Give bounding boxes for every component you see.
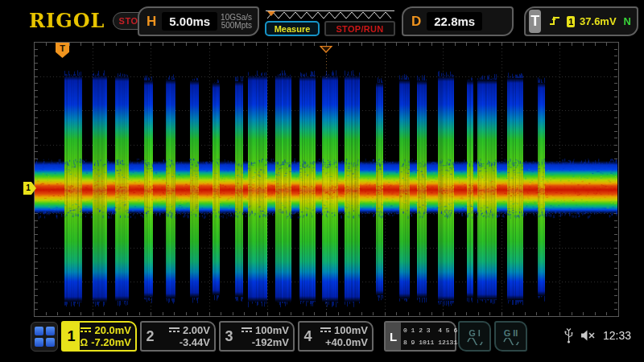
measure-button[interactable]: Measure — [265, 21, 320, 36]
delay-panel[interactable]: D 22.8ms — [402, 6, 514, 36]
channel3-number: 3 — [221, 323, 237, 350]
trigger-sweep-mode: N — [624, 15, 631, 27]
channel3-offset: -192mV — [252, 336, 289, 348]
impedance-icon: Ω — [80, 337, 89, 348]
main-menu-button[interactable] — [31, 322, 58, 352]
memory-depth: 500Mpts — [221, 21, 252, 30]
channel4-offset: +40.0mV — [325, 336, 368, 348]
channel4-scale: 100mV — [334, 324, 368, 336]
channel1-box[interactable]: 1 20.0mV Ω -7.20mV — [61, 321, 137, 352]
logic-analyzer-label: L — [386, 323, 401, 350]
generator2-label: G II — [504, 328, 518, 338]
channel2-scale: 2.00V — [183, 324, 210, 336]
logic-analyzer-box[interactable]: L 0 1 2 3 4 5 6 78 9 1011 12131415 — [384, 321, 456, 352]
channel1-offset-marker[interactable]: 1 — [23, 182, 36, 195]
trigger-level-value[interactable]: 37.6mV — [580, 15, 617, 27]
channel2-offset: -3.44V — [180, 336, 210, 348]
horizontal-label: H — [147, 14, 156, 30]
trigger-panel[interactable]: T 1 37.6mV N — [524, 6, 638, 36]
channel2-number: 2 — [142, 323, 159, 350]
rigol-logo: RIGOL — [29, 9, 105, 32]
rising-edge-icon — [549, 14, 560, 29]
timebase-value[interactable]: 5.00ms — [162, 12, 217, 31]
sine-wave-icon — [503, 338, 519, 345]
horizontal-panel[interactable]: H 5.00ms 10GSa/s 500Mpts — [138, 6, 259, 36]
generator2-box[interactable]: G II — [494, 321, 527, 352]
channel3-box[interactable]: 3 100mV -192mV — [219, 321, 295, 352]
menu-grid-icon — [35, 327, 55, 347]
stop-run-button[interactable]: STOP/RUN — [324, 21, 395, 36]
dc-coupling-icon — [242, 327, 252, 334]
dc-coupling-icon — [80, 327, 91, 334]
clock[interactable]: 12:33 — [603, 329, 631, 342]
dc-coupling-icon — [320, 327, 331, 334]
oscilloscope-screen: RIGOL STOP H 5.00ms 10GSa/s 500Mpts Meas… — [0, 0, 644, 362]
generator1-box[interactable]: G I — [458, 321, 491, 352]
generator1-label: G I — [469, 328, 481, 338]
trigger-level-marker[interactable]: T — [56, 43, 69, 58]
trigger-source-badge: 1 — [567, 16, 575, 27]
logic-digits-row1: 0 1 2 3 4 5 6 7 — [403, 327, 465, 334]
logic-channel-digits: 0 1 2 3 4 5 6 78 9 1011 12131415 — [403, 324, 453, 348]
channel4-box[interactable]: 4 100mV +40.0mV — [298, 321, 374, 352]
channel2-box[interactable]: 2 2.00V -3.44V — [140, 321, 216, 352]
usb-icon — [564, 327, 574, 347]
sine-wave-icon — [467, 338, 483, 345]
trigger-position-marker[interactable] — [320, 42, 332, 56]
channel4-number: 4 — [299, 323, 316, 350]
delay-value[interactable]: 22.8ms — [427, 12, 482, 31]
speaker-muted-icon[interactable] — [580, 329, 597, 345]
channel3-scale: 100mV — [255, 324, 289, 336]
channel1-number: 1 — [63, 323, 80, 350]
trigger-label: T — [529, 10, 541, 33]
dc-coupling-icon — [169, 327, 180, 334]
channel1-scale: 20.0mV — [94, 324, 131, 336]
sample-rate-readout: 10GSa/s 500Mpts — [221, 14, 252, 30]
delay-label: D — [411, 14, 421, 30]
channel1-offset: -7.20mV — [91, 336, 131, 348]
